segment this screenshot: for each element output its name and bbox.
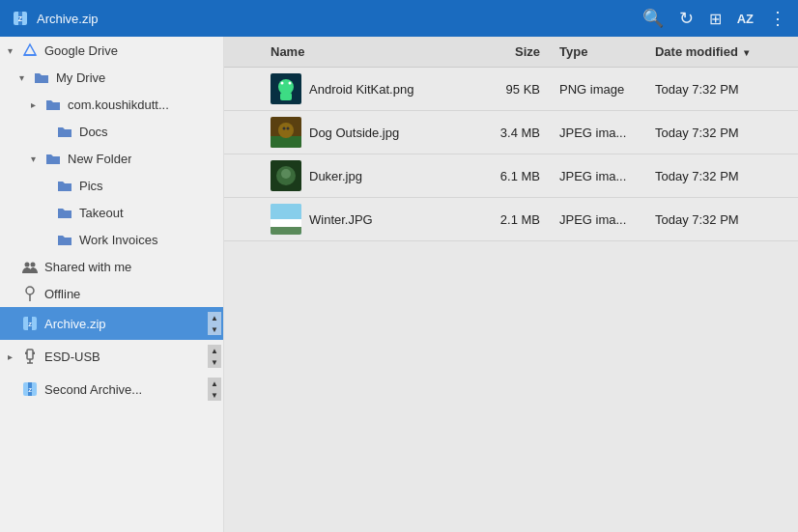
more-options-button[interactable]: ⋮ [769, 8, 786, 29]
sidebar-label-google-drive: Google Drive [44, 43, 118, 58]
sidebar-item-second-archive[interactable]: ▸ Z Second Archive... ▲ ▼ [0, 373, 223, 406]
expand-arrow-my-drive: ▾ [19, 72, 33, 83]
file-type: JPEG ima... [550, 154, 645, 198]
svg-point-26 [289, 82, 292, 85]
svg-text:Z: Z [28, 322, 32, 327]
file-size: 95 KB [473, 68, 550, 111]
sidebar-label-com-koushik: com.koushikdutt... [68, 98, 169, 112]
file-date: Today 7:32 PM [645, 111, 798, 154]
expand-arrow-com-koushik: ▸ [31, 99, 44, 110]
file-date: Today 7:32 PM [645, 198, 798, 241]
file-name: Android KitKat.png [309, 82, 413, 97]
file-date: Today 7:32 PM [645, 68, 798, 111]
folder-icon-takeout [56, 204, 73, 221]
sort-button[interactable]: AZ [737, 12, 754, 26]
column-header-name[interactable]: Name [224, 37, 473, 68]
pin-icon [21, 285, 39, 302]
file-size: 3.4 MB [473, 111, 550, 154]
sidebar-item-archive-zip[interactable]: ▸ Z Archive.zip ▲ ▼ [0, 307, 223, 340]
window-title: Archive.zip [37, 12, 99, 26]
sidebar-label-pics: Pics [79, 179, 103, 193]
grid-view-button[interactable]: ⊞ [709, 10, 722, 28]
table-row[interactable]: Duker.jpg 6.1 MB JPEG ima... Today 7:32 … [224, 154, 798, 198]
sidebar-item-pics[interactable]: ▸ Pics [0, 172, 223, 199]
folder-icon-work-invoices [56, 231, 73, 248]
sidebar-label-second-archive: Second Archive... [44, 382, 142, 397]
zip-icon: Z [21, 315, 39, 332]
sidebar-label-esd-usb: ESD-USB [44, 350, 100, 364]
sidebar-label-takeout: Takeout [79, 206, 124, 220]
svg-rect-12 [27, 350, 33, 359]
column-header-date[interactable]: Date modified ▾ [645, 37, 798, 68]
file-thumbnail [271, 73, 301, 104]
sidebar-label-offline: Offline [44, 287, 80, 301]
expand-arrow-esd-usb: ▸ [8, 351, 21, 362]
svg-point-6 [31, 263, 36, 267]
svg-rect-37 [271, 219, 301, 227]
folder-icon-com-koushik [44, 96, 62, 113]
search-button[interactable]: 🔍 [642, 8, 664, 29]
svg-point-5 [25, 263, 30, 267]
table-row[interactable]: Dog Outside.jpg 3.4 MB JPEG ima... Today… [224, 111, 798, 154]
folder-icon-pics [56, 177, 73, 194]
sidebar-label-docs: Docs [79, 125, 108, 139]
file-thumbnail [271, 204, 301, 235]
content-area: Name Size Type Date modified ▾ [224, 37, 798, 532]
file-type: PNG image [550, 68, 645, 111]
sort-arrow-date: ▾ [744, 47, 749, 58]
sidebar-label-my-drive: My Drive [56, 70, 105, 85]
svg-rect-36 [271, 204, 301, 219]
column-header-size[interactable]: Size [473, 37, 550, 68]
scrollbar-archive[interactable]: ▲ ▼ [208, 312, 221, 335]
svg-point-31 [287, 127, 290, 130]
sidebar-label-work-invoices: Work Invoices [79, 233, 157, 247]
sidebar-item-esd-usb[interactable]: ▸ ESD-USB ▲ ▼ [0, 340, 223, 373]
svg-point-30 [283, 127, 286, 130]
main-container: ▾ Google Drive ▾ My Drive ▸ com.koushi [0, 37, 798, 532]
table-row[interactable]: Winter.JPG 2.1 MB JPEG ima... Today 7:32… [224, 198, 798, 241]
sidebar-item-docs[interactable]: ▸ Docs [0, 118, 223, 145]
file-thumbnail [271, 117, 301, 148]
file-date: Today 7:32 PM [645, 154, 798, 198]
scrollbar-esd-usb[interactable]: ▲ ▼ [208, 345, 221, 368]
svg-point-25 [281, 82, 284, 85]
svg-text:Z: Z [18, 15, 23, 22]
expand-arrow-google-drive: ▾ [8, 45, 21, 56]
usb-icon [21, 348, 39, 365]
svg-rect-24 [280, 93, 292, 100]
sidebar-label-shared-with-me: Shared with me [44, 260, 131, 274]
people-icon [21, 258, 39, 275]
titlebar-actions: 🔍 ↻ ⊞ AZ ⋮ [642, 8, 786, 29]
sidebar-item-com-koushik[interactable]: ▸ com.koushikdutt... [0, 91, 223, 118]
file-size: 2.1 MB [473, 198, 550, 241]
file-name: Winter.JPG [309, 212, 373, 227]
expand-arrow-new-folder: ▾ [31, 154, 44, 164]
svg-point-29 [278, 123, 294, 138]
svg-point-23 [278, 79, 294, 95]
column-header-type[interactable]: Type [550, 37, 645, 68]
folder-icon-new-folder [44, 150, 62, 167]
sidebar-label-new-folder: New Folder [68, 152, 131, 166]
folder-icon-my-drive [33, 69, 50, 86]
table-header-row: Name Size Type Date modified ▾ [224, 37, 798, 68]
sidebar-item-work-invoices[interactable]: ▸ Work Invoices [0, 226, 223, 253]
titlebar: Z Archive.zip 🔍 ↻ ⊞ AZ ⋮ [0, 0, 798, 37]
sidebar-item-my-drive[interactable]: ▾ My Drive [0, 64, 223, 91]
sidebar-label-archive-zip: Archive.zip [44, 317, 106, 331]
file-size: 6.1 MB [473, 154, 550, 198]
refresh-button[interactable]: ↻ [679, 8, 694, 29]
sidebar-item-takeout[interactable]: ▸ Takeout [0, 199, 223, 226]
svg-marker-3 [24, 44, 36, 55]
file-thumbnail [271, 160, 301, 191]
sidebar-item-offline[interactable]: ▸ Offline [0, 280, 223, 307]
svg-point-34 [281, 169, 291, 179]
sidebar-item-shared-with-me[interactable]: ▸ Shared with me [0, 253, 223, 280]
folder-icon-docs [56, 123, 73, 140]
sidebar-item-google-drive[interactable]: ▾ Google Drive [0, 37, 223, 64]
file-type: JPEG ima... [550, 198, 645, 241]
scrollbar-second-archive[interactable]: ▲ ▼ [208, 378, 221, 401]
zip-title-icon: Z [12, 10, 29, 27]
sidebar-item-new-folder[interactable]: ▾ New Folder [0, 145, 223, 172]
gdrive-icon [21, 42, 39, 59]
table-row[interactable]: Android KitKat.png 95 KB PNG image Today… [224, 68, 798, 111]
